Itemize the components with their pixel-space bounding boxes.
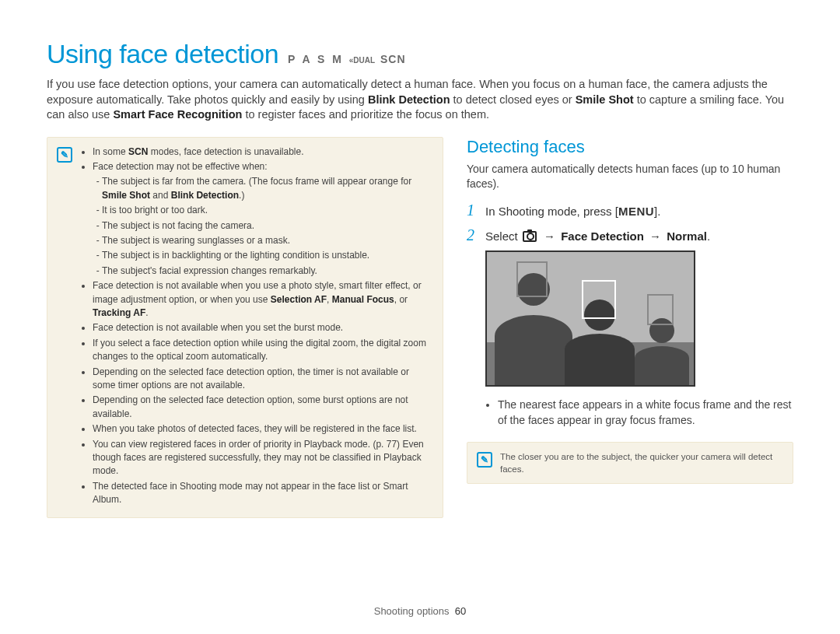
right-column: Detecting faces Your camera automaticall… <box>467 137 793 519</box>
step-number: 2 <box>467 226 478 244</box>
focus-frame-white <box>582 280 616 319</box>
focus-frame-gray <box>516 261 548 297</box>
step-1: 1 In Shooting mode, press [MENU]. <box>467 201 793 219</box>
note-body: In some SCN modes, face detection is una… <box>80 145 433 509</box>
note-subitem: The subject is not facing the camera. <box>102 219 433 233</box>
focus-frame-gray <box>647 294 674 325</box>
note-subitem: The subject is in backlighting or the li… <box>102 249 433 262</box>
note-icon: ✎ <box>57 147 72 163</box>
note-item: Face detection may not be effective when… <box>93 160 433 278</box>
note-item: You can view registered faces in order o… <box>93 438 433 478</box>
footer-section: Shooting options <box>374 605 450 617</box>
result-bullet-list: The nearest face appears in a white focu… <box>467 398 793 428</box>
page-footer: Shooting options 60 <box>0 605 840 617</box>
page-title: Using face detection <box>47 39 278 69</box>
step-number: 1 <box>467 201 478 219</box>
note-item: Depending on the selected face detection… <box>93 394 433 421</box>
note-item: In some SCN modes, face detection is una… <box>93 145 433 159</box>
step-2: 2 Select → Face Detection → Normal. <box>467 226 793 244</box>
note-text: The closer you are to the subject, the q… <box>500 450 783 475</box>
page-title-row: Using face detection P A S M «DUAL SCN <box>47 39 793 69</box>
note-item: Face detection is not available when you… <box>93 279 433 320</box>
note-subitem: It is too bright or too dark. <box>102 204 433 217</box>
note-item: Depending on the selected face detection… <box>93 366 433 393</box>
menu-button-label: MENU <box>618 205 654 218</box>
note-subitem: The subject's facial expression changes … <box>102 264 433 278</box>
result-bullet: The nearest face appears in a white focu… <box>498 398 793 428</box>
note-item: Face detection is not available when you… <box>93 321 433 335</box>
note-icon: ✎ <box>477 452 492 468</box>
mode-letters: P A S M <box>288 53 344 65</box>
mode-indicators: P A S M «DUAL SCN <box>288 53 406 65</box>
left-column: ✎ In some SCN modes, face detection is u… <box>47 137 443 519</box>
person-silhouette <box>635 315 689 385</box>
intro-paragraph: If you use face detection options, your … <box>47 77 793 123</box>
note-item: When you take photos of detected faces, … <box>93 422 433 436</box>
step-text: Select → Face Detection → Normal. <box>485 229 793 244</box>
page-number: 60 <box>455 605 466 617</box>
note-box-left: ✎ In some SCN modes, face detection is u… <box>47 137 443 519</box>
two-column-layout: ✎ In some SCN modes, face detection is u… <box>47 137 793 519</box>
mode-scn: SCN <box>380 53 406 65</box>
step-text: In Shooting mode, press [MENU]. <box>485 204 793 219</box>
note-item: If you select a face detection option wh… <box>93 337 433 364</box>
subheading-detecting-faces: Detecting faces <box>467 137 793 157</box>
note-box-right: ✎ The closer you are to the subject, the… <box>467 442 793 484</box>
camera-icon <box>523 231 537 242</box>
subheading-paragraph: Your camera automatically detects human … <box>467 162 793 191</box>
mode-dual: «DUAL <box>349 56 375 65</box>
note-subitem: The subject is far from the camera. (The… <box>102 175 433 202</box>
note-item: The detected face in Shooting mode may n… <box>93 480 433 507</box>
note-subitem: The subject is wearing sunglasses or a m… <box>102 234 433 247</box>
face-detection-preview <box>485 250 695 387</box>
